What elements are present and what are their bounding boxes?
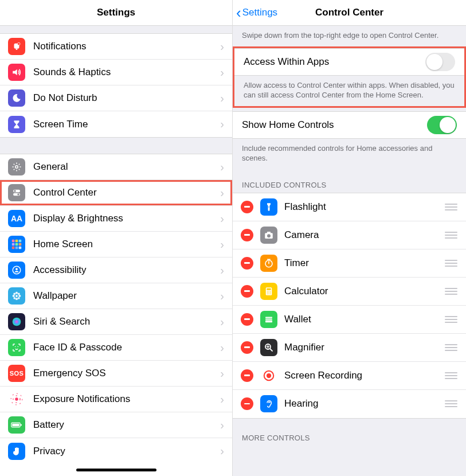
svg-point-52: [268, 293, 269, 294]
settings-row-battery[interactable]: Battery›: [0, 412, 232, 438]
svg-point-49: [268, 292, 269, 293]
svg-point-40: [267, 234, 271, 237]
control-row-screen-recording[interactable]: Screen Recording: [233, 362, 466, 390]
settings-group-1: Notifications›Sounds & Haptics›Do Not Di…: [0, 34, 232, 137]
svg-rect-13: [15, 243, 18, 246]
drag-handle-icon[interactable]: [444, 400, 458, 407]
chevron-left-icon: ‹: [236, 5, 241, 20]
svg-point-31: [18, 346, 19, 348]
drag-handle-icon[interactable]: [444, 288, 458, 295]
included-controls-list: FlashlightCameraTimerCalculatorWalletMag…: [233, 193, 466, 419]
sos-icon: SOS: [8, 365, 25, 382]
svg-point-2: [18, 42, 21, 45]
aa-icon: AA: [8, 210, 25, 227]
svg-point-30: [15, 346, 16, 348]
chevron-right-icon: ›: [220, 40, 224, 53]
svg-rect-15: [12, 247, 15, 249]
svg-point-4: [15, 166, 18, 169]
remove-button[interactable]: [241, 257, 253, 270]
row-label: Notifications: [33, 41, 220, 52]
svg-point-59: [267, 373, 271, 378]
svg-point-8: [17, 193, 19, 195]
row-label: Do Not Disturb: [33, 92, 220, 104]
switch-label: Show Home Controls: [242, 119, 334, 131]
control-row-wallet[interactable]: Wallet: [233, 306, 466, 334]
row-label: Face ID & Passcode: [33, 342, 220, 353]
remove-button[interactable]: [241, 285, 253, 298]
remove-button[interactable]: [241, 341, 253, 354]
flashlight-icon: [260, 198, 277, 216]
drag-handle-icon[interactable]: [444, 316, 458, 323]
settings-row-wallpaper[interactable]: Wallpaper›: [0, 283, 232, 309]
svg-point-24: [18, 295, 21, 297]
row-label: Accessibility: [33, 264, 220, 276]
flower-icon: [8, 287, 25, 305]
chevron-right-icon: ›: [220, 212, 224, 225]
control-row-timer[interactable]: Timer: [233, 249, 466, 278]
remove-button[interactable]: [241, 229, 253, 241]
remove-button[interactable]: [241, 369, 253, 382]
remove-button[interactable]: [241, 201, 253, 213]
settings-row-face-id-passcode[interactable]: Face ID & Passcode›: [0, 335, 232, 361]
svg-rect-55: [265, 318, 272, 319]
settings-row-control-center[interactable]: Control Center›: [0, 180, 232, 206]
switch-show-home-controls[interactable]: [427, 116, 457, 134]
drag-handle-icon[interactable]: [444, 204, 458, 210]
highlight-access-within-apps: Access Within Apps Allow access to Contr…: [233, 46, 466, 108]
settings-row-accessibility[interactable]: Accessibility›: [0, 257, 232, 283]
chevron-right-icon: ›: [220, 118, 224, 131]
settings-row-do-not-disturb[interactable]: Do Not Disturb›: [0, 85, 232, 111]
drag-handle-icon[interactable]: [444, 372, 458, 379]
speaker-icon: [8, 64, 25, 81]
control-row-calculator[interactable]: Calculator: [233, 278, 466, 306]
svg-point-6: [14, 190, 15, 192]
drag-handle-icon[interactable]: [444, 232, 458, 239]
chevron-right-icon: ›: [220, 419, 224, 432]
settings-row-display-brightness[interactable]: AADisplay & Brightness›: [0, 206, 232, 232]
section-gap: [233, 419, 466, 428]
control-label: Magnifier: [284, 342, 437, 353]
settings-group-2: General›Control Center›AADisplay & Brigh…: [0, 154, 232, 464]
chevron-right-icon: ›: [220, 290, 224, 303]
nav-bar: ‹ Settings Control Center: [233, 0, 466, 26]
svg-rect-37: [21, 424, 22, 426]
section-gap: [0, 137, 232, 154]
svg-rect-11: [19, 240, 22, 243]
back-button[interactable]: ‹ Settings: [233, 5, 277, 20]
settings-row-screen-time[interactable]: Screen Time›: [0, 111, 232, 137]
control-row-camera[interactable]: Camera: [233, 221, 466, 249]
row-label: Screen Time: [33, 119, 220, 130]
drag-handle-icon[interactable]: [444, 260, 458, 267]
svg-point-45: [267, 291, 268, 292]
svg-point-51: [267, 293, 268, 294]
home-desc: Include recommended controls for Home ac…: [233, 139, 466, 169]
svg-rect-54: [265, 317, 272, 318]
settings-row-sounds-haptics[interactable]: Sounds & Haptics›: [0, 60, 232, 85]
home-indicator[interactable]: [76, 469, 156, 471]
row-label: Siri & Search: [33, 316, 220, 327]
settings-row-exposure-notifications[interactable]: Exposure Notifications›: [0, 387, 232, 412]
svg-point-50: [270, 292, 271, 293]
settings-row-general[interactable]: General›: [0, 154, 232, 180]
row-label: Emergency SOS: [33, 368, 220, 379]
settings-row-emergency-sos[interactable]: SOSEmergency SOS›: [0, 361, 232, 387]
control-row-hearing[interactable]: Hearing: [233, 390, 466, 418]
switch-access-within-apps[interactable]: [425, 53, 455, 71]
control-row-flashlight[interactable]: Flashlight: [233, 193, 466, 221]
control-row-magnifier[interactable]: Magnifier: [233, 334, 466, 362]
row-show-home-controls[interactable]: Show Home Controls: [233, 111, 466, 139]
wallet-icon: [260, 311, 277, 328]
settings-row-privacy[interactable]: Privacy›: [0, 438, 232, 464]
settings-row-siri-search[interactable]: Siri & Search›: [0, 309, 232, 335]
chevron-right-icon: ›: [220, 367, 224, 380]
control-label: Hearing: [284, 398, 437, 409]
section-gap: [0, 26, 232, 34]
svg-rect-36: [12, 424, 19, 427]
drag-handle-icon[interactable]: [444, 344, 458, 351]
row-access-within-apps[interactable]: Access Within Apps: [234, 48, 464, 76]
remove-button[interactable]: [241, 313, 253, 326]
svg-point-47: [270, 291, 271, 292]
remove-button[interactable]: [241, 397, 253, 410]
settings-row-home-screen[interactable]: Home Screen›: [0, 232, 232, 257]
settings-row-notifications[interactable]: Notifications›: [0, 34, 232, 60]
